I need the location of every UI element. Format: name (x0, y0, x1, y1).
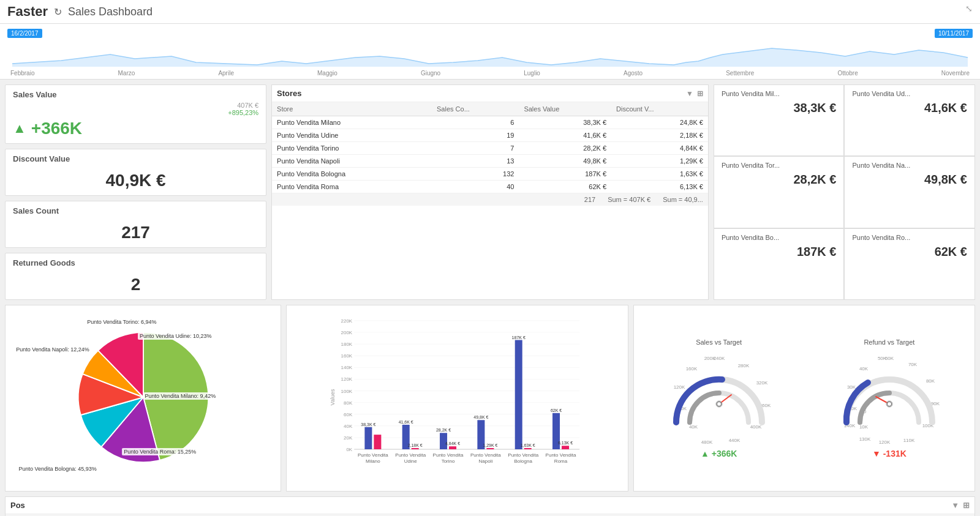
cell-store: Punto Vendita Bologna (272, 168, 432, 181)
svg-text:Punto Vendita: Punto Vendita (470, 452, 501, 458)
grid-icon[interactable]: ⊞ (697, 89, 703, 98)
svg-text:Roma: Roma (554, 458, 568, 464)
svg-text:130K: 130K (859, 436, 871, 442)
store-card-value: 41,6K € (852, 101, 967, 115)
stores-table-title: Stores (277, 89, 301, 98)
svg-text:62K €: 62K € (551, 408, 562, 413)
store-card[interactable]: Punto Vendita Na... 49,8K € (844, 156, 975, 228)
svg-text:Bologna: Bologna (514, 458, 533, 464)
kpi-sales-arrow: ▲ (13, 121, 26, 136)
expand-icon[interactable]: ⤡ (965, 4, 973, 13)
cell-value: 49,8K € (519, 155, 611, 168)
store-card-name: Punto Vendita Mil... (722, 90, 837, 97)
store-card[interactable]: Punto Vendita Mil... 38,3K € (714, 84, 845, 156)
svg-text:1,29K €: 1,29K € (483, 443, 497, 447)
table-row: Punto Vendita Napoli 13 49,8K € 1,29K € (272, 155, 708, 168)
store-card-value: 62K € (852, 245, 967, 259)
store-card[interactable]: Punto Vendita Ro... 62K € (844, 228, 975, 300)
svg-text:160K: 160K (341, 353, 353, 359)
kpi-section: Sales Value 407K € +895,23% ▲ +366K Disc… (5, 84, 266, 300)
store-card-value: 49,8K € (852, 173, 967, 187)
store-card[interactable]: Punto Vendita Ud... 41,6K € (844, 84, 975, 156)
kpi-sales-count-label: Sales Count (13, 206, 258, 215)
refresh-icon[interactable]: ↻ (54, 6, 62, 18)
cell-value: 41,6K € (519, 129, 611, 142)
svg-text:40K: 40K (344, 424, 353, 429)
svg-text:440K: 440K (728, 438, 740, 443)
svg-text:49,8K €: 49,8K € (473, 415, 488, 419)
timeline-start-date[interactable]: 16/2/2017 (7, 29, 42, 38)
pos-table-header: Pos ▼ ⊞ (6, 497, 974, 514)
sales-gauge-svg: 240K 280K 320K 360K 400K 440K 480K 40K 8… (664, 349, 774, 447)
bar-pink (524, 448, 532, 449)
sales-gauge-title: Sales vs Target (640, 338, 798, 346)
col-store: Store (272, 102, 432, 116)
svg-text:Punto Vendita: Punto Vendita (508, 452, 538, 458)
store-card[interactable]: Punto Vendita Bo... 187K € (714, 228, 845, 300)
cell-value: 62K € (519, 181, 611, 193)
svg-text:Punto Vendita: Punto Vendita (395, 452, 426, 458)
cell-store: Punto Vendita Udine (272, 129, 432, 142)
cell-value: 187K € (519, 168, 611, 181)
footer-discount: Sum = 40,9... (663, 196, 703, 203)
cell-discount: 6,13K € (611, 181, 708, 193)
filter-icon[interactable]: ▼ (686, 89, 693, 98)
pos-section: Pos ▼ ⊞ Pos Sales Count Sales Value Disc… (0, 496, 980, 516)
svg-text:Napoli: Napoli (479, 458, 493, 464)
svg-text:80K: 80K (926, 378, 935, 384)
filter-icon-pos[interactable]: ▼ (951, 501, 959, 510)
svg-text:Punto Vendita: Punto Vendita (433, 452, 464, 458)
timeline-chart[interactable] (7, 39, 973, 67)
svg-text:280K: 280K (737, 363, 749, 368)
bar-pink (562, 446, 569, 449)
pie-label-bologna: Punto Vendita Bologna: 45,93% (17, 465, 99, 473)
table-row: Punto Vendita Milano 6 38,3K € 24,8K € (272, 116, 708, 129)
bar-pink (412, 448, 419, 449)
store-cards: Punto Vendita Mil... 38,3K €Punto Vendit… (714, 84, 975, 300)
svg-text:4,84K €: 4,84K € (445, 441, 460, 446)
store-card[interactable]: Punto Vendita Tor... 28,2K € (714, 156, 845, 228)
col-sales-count: Sales Co... (432, 102, 519, 116)
kpi-returned-goods: Returned Goods 2 (5, 253, 266, 300)
svg-text:80K: 80K (344, 400, 353, 406)
pie-label-roma: Punto Vendita Roma: 15,25% (122, 448, 198, 455)
svg-text:200K: 200K (704, 356, 715, 361)
svg-text:Torino: Torino (442, 458, 455, 464)
table-row: Punto Vendita Roma 40 62K € 6,13K € (272, 181, 708, 193)
svg-text:140K: 140K (341, 365, 353, 370)
svg-text:120K: 120K (341, 376, 353, 382)
cell-count: 40 (432, 181, 519, 193)
pie-chart-box: Punto Vendita Napoli: 12,24% Punto Vendi… (5, 305, 281, 492)
svg-text:50K: 50K (878, 356, 887, 361)
svg-text:60K: 60K (344, 412, 353, 417)
svg-text:90K: 90K (931, 401, 940, 406)
kpi-sales-count-value: 217 (121, 223, 150, 242)
svg-text:110K: 110K (903, 438, 915, 443)
cell-store: Punto Vendita Milano (272, 116, 432, 129)
cell-count: 13 (432, 155, 519, 168)
table-row: Punto Vendita Torino 7 28,2K € 4,84K € (272, 142, 708, 155)
refund-gauge: Refund vs Target 60K 70K 80K 90K 100K 11… (810, 338, 968, 458)
timeline-end-date[interactable]: 10/11/2017 (935, 29, 973, 38)
header: Faster ↻ Sales Dashboard ⤡ (0, 0, 980, 24)
pie-label-napoli: Punto Vendita Napoli: 12,24% (14, 346, 91, 353)
svg-text:2,18K €: 2,18K € (408, 443, 423, 447)
svg-text:Punto Vendita: Punto Vendita (358, 452, 388, 458)
grid-icon-pos[interactable]: ⊞ (963, 501, 970, 510)
pie-label-udine: Punto Vendita Udine: 10,23% (138, 332, 214, 340)
svg-text:Milano: Milano (366, 458, 380, 464)
footer-value: Sum = 407K € (608, 196, 650, 203)
col-sales-value: Sales Value (519, 102, 611, 116)
cell-discount: 2,18K € (611, 129, 708, 142)
kpi-returned-value: 2 (131, 275, 141, 294)
svg-point-83 (888, 402, 891, 406)
table-row: Punto Vendita Udine 19 41,6K € 2,18K € (272, 129, 708, 142)
kpi-sales-delta: +366K (31, 119, 82, 138)
cell-discount: 1,63K € (611, 168, 708, 181)
cell-discount: 1,29K € (611, 155, 708, 168)
svg-text:400K: 400K (750, 424, 761, 430)
svg-text:120K: 120K (673, 384, 685, 390)
kpi-sales-value-pct: +895,23% (13, 109, 258, 116)
footer-count: 217 (584, 196, 595, 203)
bar-pink (449, 446, 456, 449)
